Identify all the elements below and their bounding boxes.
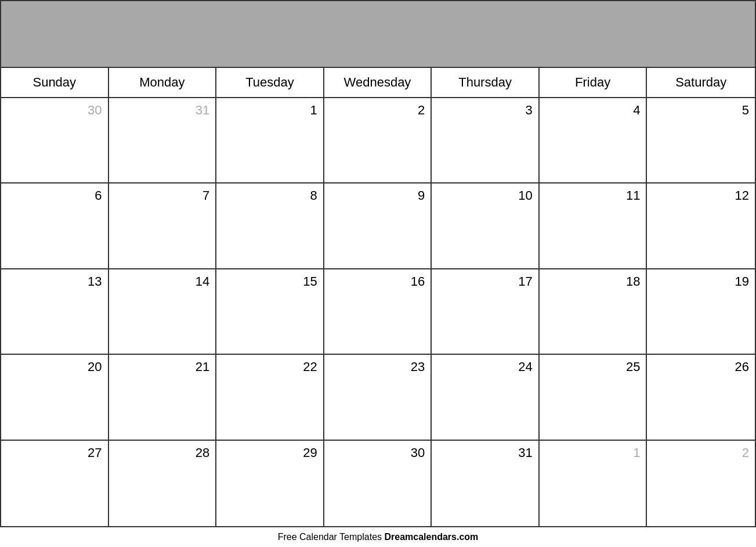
calendar-cell[interactable]: 30: [324, 441, 432, 526]
day-number: 8: [221, 188, 317, 203]
day-number: 28: [114, 445, 210, 460]
calendar-cell[interactable]: 1: [540, 441, 648, 526]
calendar-cell[interactable]: 30: [1, 98, 109, 183]
day-header-thursday: Thursday: [432, 68, 540, 97]
calendar-cell[interactable]: 8: [216, 183, 324, 269]
calendar-cell[interactable]: 13: [1, 269, 109, 355]
footer-text-bold: Dreamcalendars.com: [384, 532, 478, 542]
calendar-cell[interactable]: 20: [1, 355, 109, 440]
day-number: 16: [329, 274, 425, 289]
calendar-cell[interactable]: 14: [109, 269, 217, 355]
day-header-saturday: Saturday: [647, 68, 755, 97]
day-number: 20: [6, 359, 102, 375]
day-header-wednesday: Wednesday: [324, 68, 432, 97]
day-number: 22: [221, 359, 317, 375]
calendar-cell[interactable]: 31: [109, 98, 217, 183]
day-header-tuesday: Tuesday: [216, 68, 324, 97]
calendar-cell[interactable]: 5: [647, 98, 755, 183]
day-number: 23: [329, 359, 425, 375]
day-number: 2: [329, 103, 425, 118]
calendar-cell[interactable]: 2: [647, 441, 755, 526]
calendar-cell[interactable]: 31: [432, 441, 540, 526]
day-number: 19: [652, 274, 749, 289]
calendar-wrapper: SundayMondayTuesdayWednesdayThursdayFrid…: [0, 0, 756, 547]
calendar-cell[interactable]: 1: [216, 98, 324, 183]
day-header-monday: Monday: [109, 68, 217, 97]
calendar-footer: Free Calendar Templates Dreamcalendars.c…: [0, 527, 756, 547]
day-number: 2: [652, 445, 749, 460]
day-headers-row: SundayMondayTuesdayWednesdayThursdayFrid…: [1, 68, 755, 98]
calendar-cell[interactable]: 12: [647, 183, 755, 269]
calendar-cell[interactable]: 22: [216, 355, 324, 440]
calendar-cell[interactable]: 6: [1, 183, 109, 269]
calendar-cell[interactable]: 3: [432, 98, 540, 183]
day-number: 4: [544, 103, 641, 118]
calendar-cell[interactable]: 25: [540, 355, 648, 440]
calendar-cell[interactable]: 18: [540, 269, 648, 355]
calendar-cell[interactable]: 9: [324, 183, 432, 269]
day-number: 9: [329, 188, 425, 203]
day-number: 6: [6, 188, 102, 203]
calendar-cell[interactable]: 23: [324, 355, 432, 440]
day-number: 7: [114, 188, 210, 203]
calendar-cell[interactable]: 15: [216, 269, 324, 355]
calendar-cell[interactable]: 11: [540, 183, 648, 269]
calendar-cell[interactable]: 16: [324, 269, 432, 355]
day-number: 12: [652, 188, 749, 203]
day-number: 3: [436, 103, 533, 118]
calendar-cell[interactable]: 4: [540, 98, 648, 183]
day-number: 14: [114, 274, 210, 289]
day-number: 17: [436, 274, 533, 289]
day-number: 24: [436, 359, 533, 375]
calendar-cell[interactable]: 17: [432, 269, 540, 355]
day-number: 15: [221, 274, 317, 289]
day-number: 21: [114, 359, 210, 375]
calendar-cell[interactable]: 19: [647, 269, 755, 355]
calendar-cell[interactable]: 24: [432, 355, 540, 440]
day-number: 18: [544, 274, 641, 289]
day-number: 1: [221, 103, 317, 118]
day-number: 25: [544, 359, 641, 375]
day-number: 10: [436, 188, 533, 203]
calendar-container: SundayMondayTuesdayWednesdayThursdayFrid…: [0, 67, 756, 527]
day-number: 29: [221, 445, 317, 460]
calendar-cell[interactable]: 10: [432, 183, 540, 269]
calendar-grid: 3031123456789101112131415161718192021222…: [1, 98, 755, 526]
day-number: 1: [544, 445, 641, 460]
day-number: 30: [6, 103, 102, 118]
day-number: 27: [6, 445, 102, 460]
day-number: 11: [544, 188, 641, 203]
day-header-friday: Friday: [540, 68, 648, 97]
day-number: 31: [436, 445, 533, 460]
footer-text-normal: Free Calendar Templates: [278, 532, 385, 542]
day-number: 30: [329, 445, 425, 460]
day-number: 13: [6, 274, 102, 289]
calendar-cell[interactable]: 21: [109, 355, 217, 440]
day-number: 26: [652, 359, 749, 375]
calendar-cell[interactable]: 28: [109, 441, 217, 526]
calendar-cell[interactable]: 7: [109, 183, 217, 269]
day-number: 31: [114, 103, 210, 118]
calendar-cell[interactable]: 2: [324, 98, 432, 183]
day-header-sunday: Sunday: [1, 68, 109, 97]
calendar-cell[interactable]: 27: [1, 441, 109, 526]
day-number: 5: [652, 103, 749, 118]
calendar-cell[interactable]: 29: [216, 441, 324, 526]
calendar-cell[interactable]: 26: [647, 355, 755, 440]
calendar-header-banner: [0, 0, 756, 67]
